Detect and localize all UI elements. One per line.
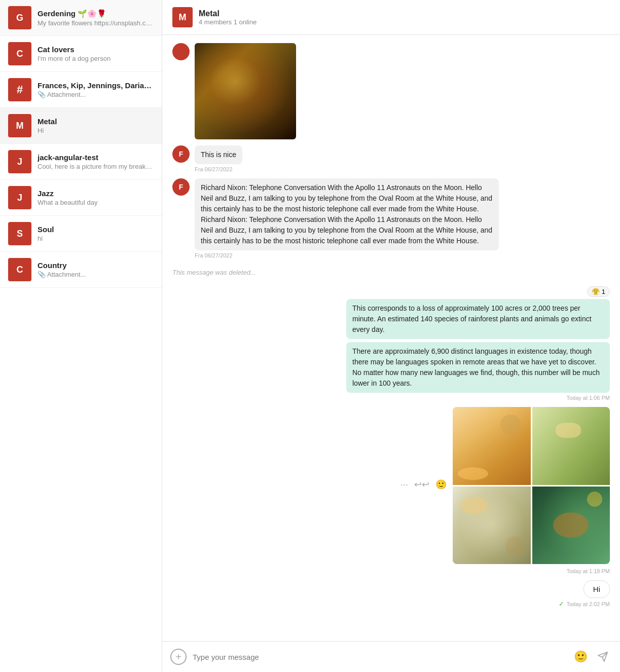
sidebar-item-name: Gerdening 🌱🌸🌹 bbox=[38, 9, 154, 18]
react-button[interactable]: 🙂 bbox=[435, 479, 447, 490]
sidebar-avatar-jazz: J bbox=[8, 186, 31, 209]
sidebar-item-group-hash[interactable]: # Frances, Kip, Jennings, Darian, Arde..… bbox=[0, 72, 162, 108]
chat-header-subtitle: 4 members 1 online bbox=[199, 18, 257, 26]
sidebar-item-preview: I'm more of a dog person bbox=[38, 55, 154, 62]
msg-avatar-f2: F bbox=[172, 145, 190, 163]
sidebar-item-preview: 📎 Attachment... bbox=[38, 91, 154, 98]
msg-bubble-nixon: Richard Nixon: Telephone Conversation Wi… bbox=[195, 178, 499, 250]
msg-avatar-f3: F bbox=[172, 178, 190, 196]
sidebar-avatar-cat-lovers: C bbox=[8, 42, 31, 65]
sidebar-item-name: Metal bbox=[38, 117, 154, 126]
sidebar-item-name: Frances, Kip, Jennings, Darian, Arde... bbox=[38, 81, 154, 90]
chat-header-title: Metal bbox=[199, 9, 257, 18]
sidebar-item-soul[interactable]: S Soul hi bbox=[0, 216, 162, 252]
message-this-is-nice: F This is nice Fra 06/27/2022 bbox=[172, 145, 610, 172]
food-image-4 bbox=[532, 487, 610, 565]
msg-time-nixon: Fra 06/27/2022 bbox=[195, 252, 499, 258]
msg-time-images: Today at 1:18 PM bbox=[566, 568, 610, 574]
chat-header: M Metal 4 members 1 online bbox=[162, 0, 620, 35]
sidebar-avatar-metal: M bbox=[8, 114, 31, 137]
chat-header-avatar: M bbox=[172, 7, 193, 27]
space-image bbox=[195, 43, 296, 139]
sidebar-item-preview: Hi bbox=[38, 127, 154, 134]
sidebar-item-name: Jazz bbox=[38, 189, 154, 198]
sidebar-item-gerdening[interactable]: G Gerdening 🌱🌸🌹 My favorite flowers http… bbox=[0, 0, 162, 36]
emoji-button[interactable]: 🙂 bbox=[574, 650, 588, 663]
reply-button[interactable]: ↩↩ bbox=[414, 479, 429, 490]
sidebar: G Gerdening 🌱🌸🌹 My favorite flowers http… bbox=[0, 0, 162, 672]
sidebar-item-preview: hi bbox=[38, 235, 154, 242]
sidebar-item-name: jack-angular-test bbox=[38, 153, 154, 162]
sidebar-avatar-jack: J bbox=[8, 150, 31, 173]
msg-time-hi: ✓ Today at 2:02 PM bbox=[559, 600, 610, 608]
message-outgoing-multi: 😤 1 This corresponds to a loss of approx… bbox=[172, 286, 610, 401]
hi-bubble: Hi bbox=[583, 580, 610, 598]
sidebar-item-name: Country bbox=[38, 261, 154, 270]
message-nixon: F Richard Nixon: Telephone Conversation … bbox=[172, 178, 610, 258]
sidebar-item-name: Cat lovers bbox=[38, 45, 154, 54]
deleted-msg-text: This message was deleted... bbox=[172, 265, 610, 280]
sidebar-avatar-gerdening: G bbox=[8, 6, 31, 29]
chat-area: M Metal 4 members 1 online F This is nic… bbox=[162, 0, 620, 672]
sidebar-avatar-country: C bbox=[8, 258, 31, 281]
sidebar-item-country[interactable]: C Country 📎 Attachment... bbox=[0, 252, 162, 288]
msg-bubble-outgoing-1: This corresponds to a loss of approximat… bbox=[346, 299, 610, 339]
food-image-grid bbox=[453, 407, 610, 564]
hi-time: Today at 2:02 PM bbox=[566, 601, 610, 607]
sidebar-item-preview: Cool, here is a picture from my breakfas… bbox=[38, 163, 154, 170]
more-options-button[interactable]: ··· bbox=[400, 479, 408, 490]
messages-area: F This is nice Fra 06/27/2022 F Richard … bbox=[162, 35, 620, 641]
food-image-3 bbox=[453, 487, 531, 565]
msg-bubble: This is nice bbox=[195, 145, 242, 164]
message-input[interactable] bbox=[193, 653, 568, 661]
message-outgoing-hi: Hi ✓ Today at 2:02 PM bbox=[172, 580, 610, 608]
message-deleted: This message was deleted... bbox=[172, 265, 610, 280]
sidebar-avatar-soul: S bbox=[8, 222, 31, 245]
sidebar-item-metal[interactable]: M Metal Hi bbox=[0, 108, 162, 144]
emoji-reaction[interactable]: 😤 1 bbox=[587, 286, 610, 297]
sidebar-avatar-group-hash: # bbox=[8, 78, 31, 101]
message-space-image bbox=[172, 43, 610, 139]
msg-avatar-f bbox=[172, 43, 190, 60]
checkmark-icon: ✓ bbox=[559, 600, 564, 608]
sidebar-item-preview: What a beautiful day bbox=[38, 199, 154, 206]
sidebar-item-preview: 📎 Attachment... bbox=[38, 271, 154, 278]
food-image-2 bbox=[532, 407, 610, 485]
sidebar-item-cat-lovers[interactable]: C Cat lovers I'm more of a dog person bbox=[0, 36, 162, 72]
add-attachment-button[interactable]: + bbox=[170, 649, 187, 665]
message-outgoing-images: ··· ↩↩ 🙂 Tod bbox=[172, 407, 610, 574]
msg-time-outgoing-multi: Today at 1:06 PM bbox=[566, 395, 610, 401]
sidebar-item-name: Soul bbox=[38, 225, 154, 234]
msg-time: Fra 06/27/2022 bbox=[195, 166, 242, 172]
msg-actions: ··· ↩↩ 🙂 bbox=[400, 479, 447, 490]
sidebar-item-preview: My favorite flowers https://unsplash.com… bbox=[38, 19, 154, 27]
msg-bubble-outgoing-2: There are approximately 6,900 distinct l… bbox=[346, 342, 610, 393]
sidebar-item-jack[interactable]: J jack-angular-test Cool, here is a pict… bbox=[0, 144, 162, 180]
input-area: + 🙂 bbox=[162, 641, 620, 672]
send-button[interactable] bbox=[594, 648, 612, 666]
food-image-1 bbox=[453, 407, 531, 485]
sidebar-item-jazz[interactable]: J Jazz What a beautiful day bbox=[0, 180, 162, 216]
